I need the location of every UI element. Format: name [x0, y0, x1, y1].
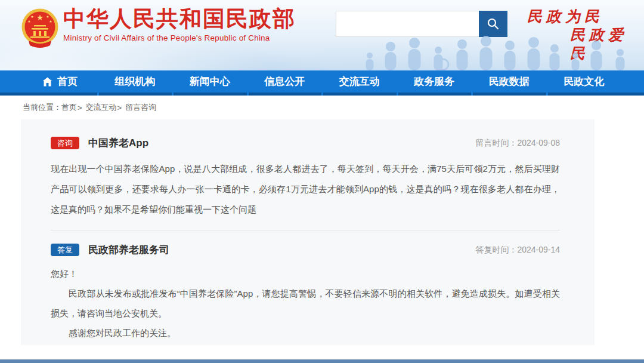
message-detail-card: 咨询 中国养老App 留言时间：2024-09-08 现在出现一个中国养老保险A…	[21, 119, 595, 345]
breadcrumb-separator: >	[117, 103, 122, 112]
reply-time: 答复时间：2024-09-14	[475, 245, 560, 256]
breadcrumb-interaction[interactable]: 交流互动	[86, 102, 117, 113]
reply-closing: 感谢您对民政工作的关注。	[51, 323, 560, 343]
svg-text:★: ★	[27, 20, 30, 23]
breadcrumb-home[interactable]: 首页	[61, 102, 77, 113]
slogan-line1: 民政为民	[527, 7, 644, 26]
question-time: 留言时间：2024-09-08	[475, 138, 560, 149]
question-header-row: 咨询 中国养老App 留言时间：2024-09-08	[51, 136, 560, 150]
site-header: ★ ★ ★ ★ ★ 中华人民共和国民政部 Ministry of Civil A…	[0, 0, 644, 70]
site-subtitle: Ministry of Civil Affairs of the People'…	[63, 33, 296, 42]
reply-department: 民政部养老服务司	[88, 243, 169, 257]
consult-badge: 咨询	[51, 137, 79, 149]
nav-item-data[interactable]: 民政数据	[472, 70, 547, 93]
divider	[51, 230, 560, 230]
question-title: 中国养老App	[88, 136, 148, 150]
breadcrumb: 当前位置： 首页 > 交流互动 > 留言咨询	[0, 96, 644, 119]
svg-text:★: ★	[36, 13, 44, 22]
people-silhouette-graphic	[358, 33, 638, 70]
reply-body: 您好！ 民政部从未发布或批准发布“中国养老保险”App，请您提高警惕，不要轻信来…	[51, 264, 560, 343]
site-brand: 中华人民共和国民政部 Ministry of Civil Affairs of …	[63, 7, 296, 42]
search-icon	[487, 17, 500, 30]
national-emblem: ★ ★ ★ ★ ★	[20, 7, 60, 50]
breadcrumb-separator: >	[78, 103, 82, 112]
nav-item-services[interactable]: 政务服务	[397, 70, 472, 93]
svg-text:★: ★	[49, 20, 52, 23]
main-nav: 首页 组织机构 新闻中心 信息公开 交流互动 政务服务 民政数据 民政文化	[0, 70, 644, 96]
reply-paragraph: 民政部从未发布或批准发布“中国养老保险”App，请您提高警惕，不要轻信来源不明的…	[51, 284, 560, 323]
nav-item-culture[interactable]: 民政文化	[547, 70, 622, 93]
nav-item-organization[interactable]: 组织机构	[98, 70, 173, 93]
home-icon	[42, 77, 52, 87]
question-body: 现在出现一个中国养老保险App，说是八大部组成，很多老人都进去了，每天签到，每天…	[51, 159, 560, 220]
breadcrumb-message-consult[interactable]: 留言咨询	[125, 102, 156, 113]
nav-item-home[interactable]: 首页	[23, 70, 98, 93]
reply-greeting: 您好！	[51, 264, 560, 284]
site-title: 中华人民共和国民政部	[63, 7, 296, 32]
svg-text:★: ★	[30, 15, 33, 19]
svg-text:★: ★	[46, 15, 49, 19]
reply-header-row: 答复 民政部养老服务司 答复时间：2024-09-14	[51, 243, 560, 257]
reply-badge: 答复	[51, 244, 79, 256]
nav-item-information[interactable]: 信息公开	[247, 70, 323, 93]
footer-top-border	[0, 359, 644, 363]
nav-item-news[interactable]: 新闻中心	[172, 70, 247, 93]
breadcrumb-label: 当前位置：	[23, 102, 61, 113]
nav-item-interaction[interactable]: 交流互动	[322, 70, 397, 93]
